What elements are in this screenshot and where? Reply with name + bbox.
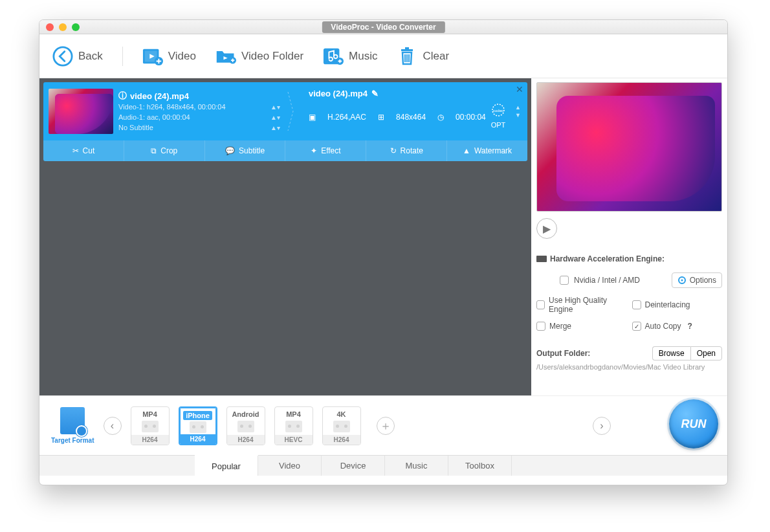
format-android-h264[interactable]: AndroidH264 bbox=[226, 406, 265, 445]
codec-options-button[interactable]: codec OPT ▲▼ bbox=[489, 100, 508, 129]
crop-icon: ⧉ bbox=[151, 146, 157, 155]
browse-button[interactable]: Browse bbox=[652, 346, 690, 360]
add-music-button[interactable]: Music bbox=[323, 46, 377, 67]
maximize-window-button[interactable] bbox=[72, 23, 80, 31]
add-video-folder-button[interactable]: Video Folder bbox=[215, 46, 303, 67]
trash-icon bbox=[397, 46, 417, 67]
open-button[interactable]: Open bbox=[690, 346, 722, 360]
move-down-button[interactable]: ▼ bbox=[515, 112, 521, 118]
svg-text:codec: codec bbox=[493, 109, 503, 113]
back-button[interactable]: Back bbox=[52, 46, 103, 67]
svg-rect-8 bbox=[405, 47, 409, 49]
rotate-button[interactable]: ↻Rotate bbox=[366, 140, 447, 161]
preview-panel: ▶ Hardware Acceleration Engine: Nvidia /… bbox=[531, 78, 727, 395]
folder-plus-icon bbox=[215, 46, 236, 67]
move-up-button[interactable]: ▲ bbox=[515, 104, 521, 111]
format-mp4-h264[interactable]: MP4H264 bbox=[131, 406, 170, 445]
close-window-button[interactable] bbox=[46, 23, 54, 31]
back-arrow-icon bbox=[52, 46, 73, 67]
run-button[interactable]: RUN bbox=[669, 399, 718, 449]
film-icon bbox=[190, 421, 206, 433]
deinterlace-label: Deinterlacing bbox=[645, 300, 690, 309]
crop-button[interactable]: ⧉Crop bbox=[124, 140, 205, 161]
effect-button[interactable]: ✦Effect bbox=[285, 140, 366, 161]
tab-toolbox[interactable]: Toolbox bbox=[448, 456, 512, 476]
formats-next-button[interactable]: › bbox=[593, 417, 611, 435]
opt-label: OPT bbox=[489, 121, 508, 129]
separator bbox=[122, 47, 123, 66]
clear-label: Clear bbox=[423, 50, 449, 63]
merge-checkbox[interactable] bbox=[536, 322, 545, 331]
rotate-icon: ↻ bbox=[390, 146, 397, 155]
format-4k-h264[interactable]: 4KH264 bbox=[322, 406, 361, 445]
remove-item-button[interactable]: ✕ bbox=[516, 84, 523, 94]
format-mp4-hevc[interactable]: MP4HEVC bbox=[274, 406, 313, 445]
hw-vendor-checkbox[interactable] bbox=[560, 276, 569, 285]
output-codec: H.264,AAC bbox=[327, 113, 366, 122]
window-title: VideoProc - Video Converter bbox=[322, 21, 445, 33]
formats-prev-button[interactable]: ‹ bbox=[104, 417, 122, 435]
clear-button[interactable]: Clear bbox=[397, 46, 449, 67]
svg-rect-7 bbox=[401, 49, 413, 51]
source-audio-info: Audio-1: aac, 00:00:04 bbox=[118, 113, 190, 121]
format-category-tabs: Popular Video Device Music Toolbox bbox=[39, 455, 727, 476]
gear-icon: codec bbox=[489, 100, 508, 120]
cut-button[interactable]: ✂Cut bbox=[43, 140, 124, 161]
source-video-info: Video-1: h264, 848x464, 00:00:04 bbox=[118, 103, 226, 111]
help-icon[interactable]: ? bbox=[688, 322, 692, 331]
source-filename: video (24).mp4 bbox=[130, 91, 189, 101]
autocopy-checkbox[interactable]: ✓ bbox=[632, 322, 641, 331]
video-track-selector[interactable]: ▲▾ bbox=[270, 104, 280, 111]
tab-music[interactable]: Music bbox=[385, 456, 448, 476]
deinterlace-checkbox[interactable] bbox=[632, 300, 641, 309]
music-plus-icon bbox=[323, 46, 344, 67]
film-icon bbox=[237, 421, 254, 432]
output-resolution: 848x464 bbox=[396, 113, 426, 122]
svg-point-12 bbox=[681, 280, 683, 282]
chip-icon bbox=[536, 256, 547, 262]
duration-icon: ◷ bbox=[437, 113, 444, 122]
video-item[interactable]: ✕ ⓘvideo (24).mp4 Video-1: h264, 848x464… bbox=[43, 82, 527, 161]
target-format-icon bbox=[60, 407, 85, 434]
toolbar: Back Video Video Folder Music bbox=[39, 34, 727, 78]
watermark-button[interactable]: ▲Watermark bbox=[447, 140, 527, 161]
add-video-button[interactable]: Video bbox=[142, 46, 196, 67]
titlebar: VideoProc - Video Converter bbox=[39, 20, 727, 34]
minimize-window-button[interactable] bbox=[59, 23, 67, 31]
hq-engine-label: Use High Quality Engine bbox=[549, 296, 626, 314]
play-button[interactable]: ▶ bbox=[536, 218, 557, 239]
audio-track-selector[interactable]: ▲▾ bbox=[270, 114, 280, 121]
video-folder-label: Video Folder bbox=[241, 50, 303, 63]
subtitle-icon: 💬 bbox=[225, 146, 235, 155]
add-format-button[interactable]: ＋ bbox=[377, 417, 395, 435]
output-folder-label: Output Folder: bbox=[536, 349, 590, 358]
effect-icon: ✦ bbox=[311, 146, 317, 155]
codec-icon: ▣ bbox=[309, 113, 316, 122]
hw-vendor-label: Nvidia / Intel / AMD bbox=[574, 276, 666, 285]
tab-video[interactable]: Video bbox=[258, 456, 322, 476]
rename-icon[interactable]: ✎ bbox=[371, 89, 379, 98]
music-label: Music bbox=[349, 50, 377, 63]
video-plus-icon bbox=[142, 46, 163, 67]
target-format-label: Target Format bbox=[51, 437, 94, 444]
film-icon bbox=[333, 421, 350, 432]
film-icon bbox=[285, 421, 302, 432]
watermark-icon: ▲ bbox=[463, 146, 470, 155]
arrow-divider-icon bbox=[287, 92, 294, 131]
hq-engine-checkbox[interactable] bbox=[536, 300, 545, 309]
tab-device[interactable]: Device bbox=[322, 456, 385, 476]
source-thumbnail bbox=[49, 89, 113, 134]
tab-popular[interactable]: Popular bbox=[195, 455, 258, 476]
format-bar: Target Format ‹ MP4H264 iPhoneH264 Andro… bbox=[39, 395, 727, 455]
subtitle-track-selector[interactable]: ▲▾ bbox=[270, 124, 280, 131]
merge-label: Merge bbox=[549, 322, 571, 331]
format-iphone-h264[interactable]: iPhoneH264 bbox=[179, 406, 217, 445]
options-button[interactable]: Options bbox=[672, 272, 722, 288]
preview-image bbox=[536, 82, 722, 212]
video-list-panel: ✕ ⓘvideo (24).mp4 Video-1: h264, 848x464… bbox=[39, 78, 531, 395]
film-icon bbox=[142, 421, 159, 432]
source-subtitle-info: No Subtitle bbox=[118, 124, 153, 131]
gear-icon bbox=[677, 276, 687, 285]
subtitle-button[interactable]: 💬Subtitle bbox=[205, 140, 286, 161]
svg-point-0 bbox=[54, 47, 72, 65]
